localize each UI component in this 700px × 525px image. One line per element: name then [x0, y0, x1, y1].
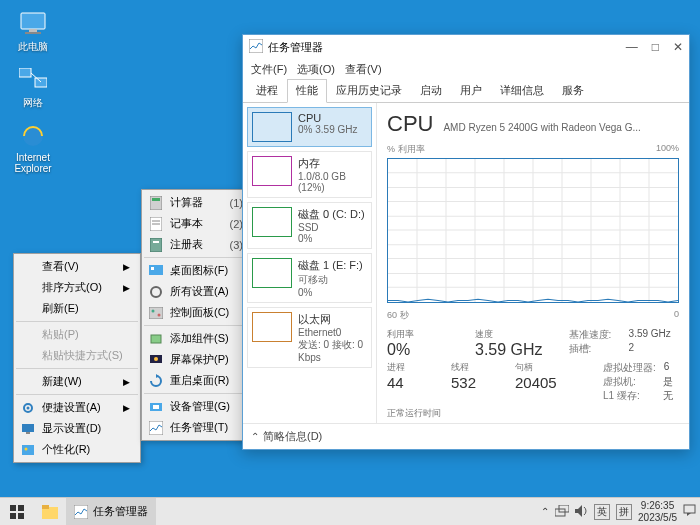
display-icon — [20, 421, 36, 437]
menu-item[interactable]: 便捷设置(A)▶ — [16, 397, 138, 418]
close-button[interactable]: ✕ — [673, 40, 683, 54]
screensaver-icon — [148, 352, 164, 368]
menu-item: 粘贴快捷方式(S) — [16, 345, 138, 366]
taskmgr-icon — [249, 39, 263, 55]
desktop-icons-icon — [148, 263, 164, 279]
gear-icon — [20, 400, 36, 416]
svg-rect-11 — [22, 445, 34, 455]
menu-文件(F)[interactable]: 文件(F) — [251, 62, 287, 77]
maximize-button[interactable]: □ — [652, 40, 659, 54]
side-item[interactable]: 磁盘 0 (C: D:)SSD0% — [247, 202, 372, 249]
taskmgr-icon — [148, 420, 164, 436]
tray-notifications-icon[interactable] — [683, 504, 696, 519]
menu-item[interactable]: 新建(W)▶ — [16, 371, 138, 392]
chevron-right-icon: ▶ — [109, 283, 130, 293]
svg-point-22 — [151, 287, 161, 297]
svg-point-8 — [27, 406, 30, 409]
menu-item: 粘贴(P) — [16, 324, 138, 345]
svg-rect-1 — [29, 29, 37, 32]
minimize-button[interactable]: ― — [626, 40, 638, 54]
menu-item[interactable]: 排序方式(O)▶ — [16, 277, 138, 298]
desktop-icon-ie[interactable]: Internet Explorer — [8, 122, 58, 174]
side-item[interactable]: CPU0% 3.59 GHz — [247, 107, 372, 147]
menu-item[interactable]: 所有设置(A) — [144, 281, 251, 302]
chevron-right-icon: ▶ — [109, 377, 130, 387]
menu-item[interactable]: 设备管理(G) — [144, 396, 251, 417]
desktop-context-menu: 查看(V)▶排序方式(O)▶刷新(E)粘贴(P)粘贴快捷方式(S)新建(W)▶便… — [13, 253, 141, 463]
ime-lang[interactable]: 英 — [594, 504, 610, 520]
menu-item[interactable]: 个性化(R) — [16, 439, 138, 460]
menu-item[interactable]: 记事本(2) — [144, 213, 251, 234]
restart-icon — [148, 373, 164, 389]
stat-value-threads: 532 — [451, 374, 489, 391]
calculator-icon — [148, 195, 164, 211]
stat-label: 利用率 — [387, 328, 449, 341]
menu-item[interactable]: 计算器(1) — [144, 192, 251, 213]
menu-item[interactable]: 控制面板(C) — [144, 302, 251, 323]
regedit-icon — [148, 237, 164, 253]
side-item[interactable]: 以太网Ethernet0发送: 0 接收: 0 Kbps — [247, 307, 372, 368]
svg-rect-23 — [149, 307, 163, 319]
stat-value-handles: 20405 — [515, 374, 577, 391]
context-submenu-shortcuts: 计算器(1)记事本(2)注册表(3)桌面图标(F)所有设置(A)控制面板(C)添… — [141, 189, 254, 441]
svg-rect-55 — [18, 513, 24, 519]
menu-item[interactable]: 添加组件(S) — [144, 328, 251, 349]
side-thumbnail — [252, 112, 292, 142]
notepad-icon — [148, 216, 164, 232]
tray-clock[interactable]: 9:26:35 2023/5/5 — [638, 500, 677, 523]
footer-label: 简略信息(D) — [263, 429, 322, 444]
ime-mode[interactable]: 拼 — [616, 504, 632, 520]
svg-point-12 — [25, 447, 28, 450]
side-item[interactable]: 磁盘 1 (E: F:)可移动0% — [247, 253, 372, 303]
menu-item[interactable]: 屏幕保护(P) — [144, 349, 251, 370]
svg-rect-33 — [249, 39, 263, 53]
tab-进程[interactable]: 进程 — [247, 79, 287, 102]
stat-label: 句柄 — [515, 361, 577, 374]
titlebar[interactable]: 任务管理器 ― □ ✕ — [243, 35, 689, 59]
desktop-icon-label: 网络 — [23, 96, 43, 110]
svg-rect-62 — [684, 505, 695, 513]
tab-性能[interactable]: 性能 — [287, 79, 327, 103]
stat-label: 速度 — [475, 328, 543, 341]
chart-legend-right: 100% — [656, 143, 679, 156]
tray-chevron-icon[interactable]: ⌃ — [541, 506, 549, 517]
desktop-icon-label: Internet Explorer — [8, 152, 58, 174]
tab-详细信息[interactable]: 详细信息 — [491, 79, 553, 102]
menu-item[interactable]: 刷新(E) — [16, 298, 138, 319]
menu-item[interactable]: 显示设置(D) — [16, 418, 138, 439]
menu-item[interactable]: 重启桌面(R) — [144, 370, 251, 391]
menu-item[interactable]: 桌面图标(F) — [144, 260, 251, 281]
tab-用户[interactable]: 用户 — [451, 79, 491, 102]
svg-rect-58 — [74, 505, 88, 519]
taskbar-taskmgr[interactable]: 任务管理器 — [66, 498, 156, 525]
side-item[interactable]: 内存1.0/8.0 GB (12%) — [247, 151, 372, 198]
menu-item[interactable]: 注册表(3) — [144, 234, 251, 255]
svg-point-28 — [154, 357, 158, 361]
device-icon — [148, 399, 164, 415]
tray-network-icon[interactable] — [555, 505, 569, 519]
desktop-icon-network[interactable]: 网络 — [8, 66, 58, 110]
performance-main: CPU AMD Ryzen 5 2400G with Radeon Vega G… — [377, 103, 689, 423]
tab-服务[interactable]: 服务 — [553, 79, 593, 102]
tray-volume-icon[interactable] — [575, 505, 588, 519]
chart-legend-left: % 利用率 — [387, 143, 425, 156]
menu-item[interactable]: 任务管理(T) — [144, 417, 251, 438]
menu-查看(V)[interactable]: 查看(V) — [345, 62, 382, 77]
svg-rect-54 — [10, 513, 16, 519]
task-manager-footer[interactable]: ⌃ 简略信息(D) — [243, 423, 689, 449]
chevron-right-icon: ▶ — [109, 403, 130, 413]
side-thumbnail — [252, 258, 292, 288]
tab-启动[interactable]: 启动 — [411, 79, 451, 102]
svg-rect-9 — [22, 424, 34, 432]
desktop-icon-this-pc[interactable]: 此电脑 — [8, 10, 58, 54]
menu-选项(O)[interactable]: 选项(O) — [297, 62, 335, 77]
control-panel-icon — [148, 305, 164, 321]
start-button[interactable] — [0, 498, 34, 525]
svg-rect-57 — [42, 505, 49, 509]
tab-bar: 进程性能应用历史记录启动用户详细信息服务 — [243, 79, 689, 103]
menu-item[interactable]: 查看(V)▶ — [16, 256, 138, 277]
personalize-icon — [20, 442, 36, 458]
taskbar-explorer[interactable] — [34, 498, 66, 525]
tab-应用历史记录[interactable]: 应用历史记录 — [327, 79, 411, 102]
svg-rect-0 — [21, 13, 45, 29]
